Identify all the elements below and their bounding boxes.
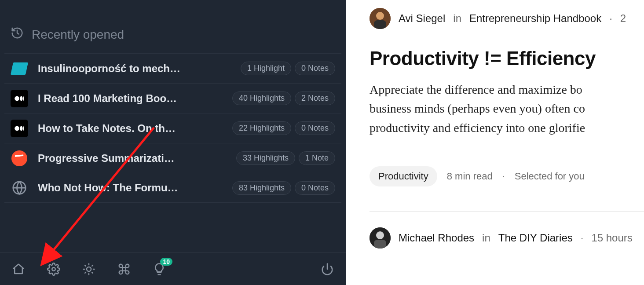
author-avatar [370,8,391,29]
svg-point-5 [23,126,24,131]
item-stats: 83 Highlights 0 Notes [232,181,335,195]
byline-connector: in [482,232,490,244]
item-title: Who Not How: The Formu… [38,182,232,194]
source-icon-medium [11,120,28,137]
note-count: 1 Note [299,151,335,165]
svg-point-20 [376,12,384,20]
publication-name: Entrepreneurship Handbook [469,12,601,25]
time-dot: · [609,12,612,25]
article-divider [370,211,644,212]
author-name: Michael Rhodes [399,232,474,244]
source-icon [11,60,28,77]
svg-rect-24 [374,240,386,248]
svg-point-0 [15,96,19,101]
author-name: Avi Siegel [399,12,445,25]
selected-label: Selected for you [515,171,585,182]
recent-item[interactable]: Who Not How: The Formu… 83 Highlights 0 … [4,173,341,203]
sidebar-panel: Recently opened Insulinooporność to mech… [0,0,346,285]
home-button[interactable] [10,260,27,278]
item-stats: 40 Highlights 2 Notes [232,91,335,105]
publication-name: The DIY Diaries [498,232,573,244]
item-stats: 22 Highlights 0 Notes [232,121,335,135]
svg-point-9 [87,267,91,271]
recent-list: Insulinooporność to mech… 1 Highlight 0 … [0,53,346,203]
svg-point-4 [20,126,23,131]
svg-line-12 [85,265,86,266]
svg-point-1 [20,96,23,101]
highlight-count: 83 Highlights [232,181,291,195]
ideas-badge: 10 [160,258,172,266]
highlight-count: 1 Highlight [241,62,291,75]
article-byline[interactable]: Avi Siegel in Entrepreneurship Handbook … [370,8,644,29]
bottom-toolbar: 10 [0,252,346,285]
time-label: 15 hours [591,232,632,244]
recent-item[interactable]: How to Take Notes. On th… 22 Highlights … [4,113,341,143]
item-title: Insulinooporność to mech… [38,62,241,75]
svg-point-2 [23,96,24,101]
source-icon [11,150,28,167]
svg-point-23 [376,231,384,239]
highlight-count: 22 Highlights [232,121,291,135]
article-pane: Avi Siegel in Entrepreneurship Handbook … [346,0,644,285]
source-icon-medium [11,90,28,107]
item-title: Progressive Summarizati… [38,152,236,164]
svg-line-17 [92,265,93,266]
article-meta: Productivity 8 min read · Selected for y… [370,166,644,186]
time-dot: · [581,232,584,244]
svg-point-8 [52,267,55,271]
item-title: How to Take Notes. On th… [38,122,232,135]
svg-point-3 [15,126,19,131]
command-button[interactable] [115,260,133,278]
item-title: I Read 100 Marketing Boo… [38,92,232,105]
author-avatar [370,227,391,248]
note-count: 0 Notes [295,121,335,135]
item-stats: 1 Highlight 0 Notes [241,62,335,75]
meta-dot: · [502,171,505,182]
ideas-button[interactable]: 10 [150,260,168,278]
next-article-byline[interactable]: Michael Rhodes in The DIY Diaries · 15 h… [370,227,644,248]
settings-button[interactable] [45,260,62,278]
svg-line-13 [92,272,93,273]
section-title: Recently opened [32,28,124,42]
recently-opened-header: Recently opened [0,0,346,53]
recent-item[interactable]: I Read 100 Marketing Boo… 40 Highlights … [4,83,341,113]
highlight-count: 40 Highlights [232,91,291,105]
item-stats: 33 Highlights 1 Note [236,151,335,165]
svg-rect-21 [374,20,386,29]
byline-connector: in [453,12,461,25]
article-tag[interactable]: Productivity [370,166,437,186]
note-count: 0 Notes [295,181,335,195]
note-count: 0 Notes [295,62,335,75]
source-icon-globe [11,179,28,197]
power-button[interactable] [318,260,336,278]
svg-line-16 [85,272,86,273]
history-icon [11,26,24,43]
theme-button[interactable] [80,260,98,278]
note-count: 2 Notes [295,91,335,105]
article-excerpt: Appreciate the difference and maximize b… [370,80,644,137]
read-time: 8 min read [447,171,493,182]
time-partial: 2 [620,12,626,25]
recent-item[interactable]: Progressive Summarizati… 33 Highlights 1… [4,143,341,173]
article-title: Productivity != Efficiency [370,48,644,69]
recent-item[interactable]: Insulinooporność to mech… 1 Highlight 0 … [4,53,341,83]
highlight-count: 33 Highlights [236,151,295,165]
